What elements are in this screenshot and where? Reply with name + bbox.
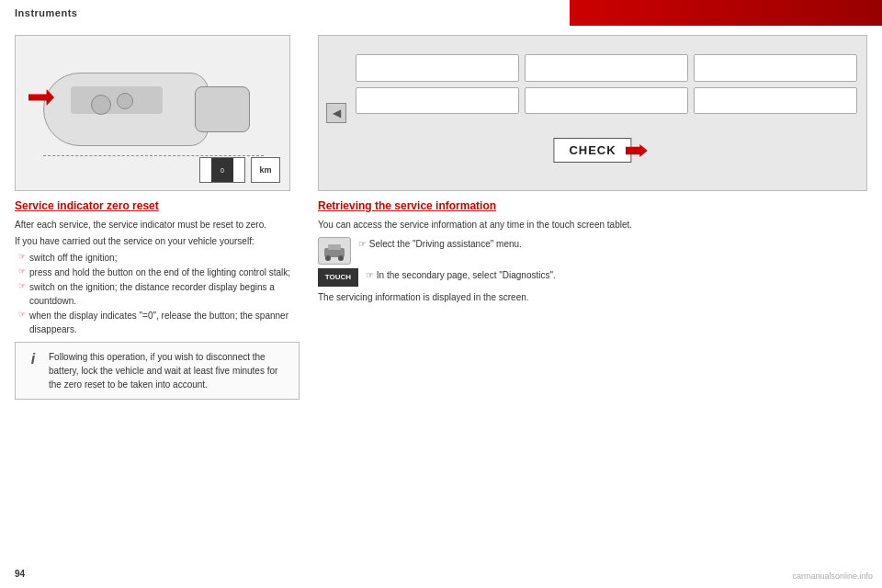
odometer-display: 0: [199, 157, 245, 183]
right-section-title: Retrieving the service information: [318, 198, 867, 214]
info-text: Following this operation, if you wish to…: [49, 350, 289, 391]
touch-badge-icon: TOUCH: [318, 268, 358, 287]
right-intro: You can access the service information a…: [318, 218, 867, 232]
step2-content: ☞ In the secondary page, select "Diagnos…: [366, 268, 556, 282]
driving-assist-icon: [318, 237, 351, 265]
step1-row: ☞ Select the "Driving assistance" menu.: [318, 237, 867, 265]
main-content: km 0 Service indicator zero reset After …: [0, 26, 882, 409]
left-body: If you have carried out the service on y…: [15, 234, 300, 248]
step-3: switch on the ignition; the distance rec…: [18, 280, 300, 308]
screen-box-5: [525, 87, 688, 115]
svg-point-3: [338, 255, 344, 261]
page-section-title: Instruments: [15, 7, 77, 18]
screen-box-4: [356, 87, 519, 115]
km-indicator: km: [251, 157, 280, 183]
info-box: i Following this operation, if you wish …: [15, 342, 300, 400]
step1-label: Select the "Driving assistance" menu.: [369, 239, 522, 249]
step1-content: ☞ Select the "Driving assistance" menu.: [358, 237, 522, 251]
touch-badge: TOUCH: [318, 268, 358, 287]
left-intro: After each service, the service indicato…: [15, 218, 300, 232]
page-number: 94: [15, 569, 25, 579]
step1-text: ☞: [358, 239, 369, 249]
touchscreen-illustration: ◀ CHECK: [318, 35, 867, 191]
screen-box-3: [694, 54, 857, 82]
odometer-value: 0: [211, 158, 233, 182]
stalk-dial: [91, 95, 111, 115]
svg-rect-1: [328, 244, 341, 250]
check-button: CHECK: [553, 138, 631, 163]
screen-image: ◀ CHECK: [319, 36, 866, 190]
stalk-illustration: km 0: [15, 35, 290, 191]
right-conclusion: The servicing information is displayed i…: [318, 290, 867, 304]
stalk-dial2: [117, 93, 133, 109]
check-arrow-shape: [626, 144, 648, 157]
check-arrow: [626, 144, 648, 157]
steering-column-image: km 0: [16, 36, 289, 190]
screen-box-6: [694, 87, 857, 115]
dashed-separator: [43, 155, 264, 156]
step-1: switch off the ignition;: [18, 251, 300, 265]
step2-text: In the secondary page, select "Diagnosti…: [377, 270, 556, 280]
screen-grid: [356, 54, 857, 114]
step-2: press and hold the button on the end of …: [18, 266, 300, 279]
info-icon: i: [25, 351, 41, 368]
step-4: when the display indicates "=0", release…: [18, 309, 300, 336]
screen-nav-arrow: ◀: [326, 103, 346, 123]
svg-point-2: [325, 255, 331, 261]
screen-box-2: [525, 54, 688, 82]
header-accent-bar: [570, 0, 882, 26]
driving-assist-img: [318, 237, 351, 265]
step2-text-prefix: ☞: [366, 270, 377, 280]
right-column: ◀ CHECK Re: [318, 35, 867, 400]
header: Instruments: [0, 0, 882, 26]
left-section-title: Service indicator zero reset: [15, 198, 300, 214]
screen-box-1: [356, 54, 519, 82]
steps-list: switch off the ignition; press and hold …: [18, 251, 300, 336]
car-icon-svg: [322, 241, 347, 261]
left-column: km 0 Service indicator zero reset After …: [15, 35, 300, 400]
stalk-end: [195, 86, 250, 132]
watermark: carmanualsonline.info: [792, 571, 873, 581]
step2-row: TOUCH ☞ In the secondary page, select "D…: [318, 268, 867, 287]
